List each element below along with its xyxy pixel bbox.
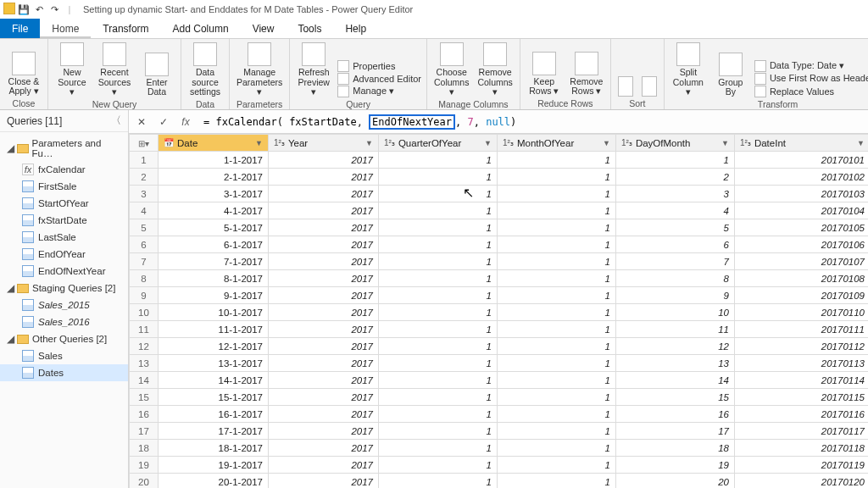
menu-tab-add-column[interactable]: Add Column (161, 19, 241, 38)
query-item-fxstartdate[interactable]: fxStartDate (0, 212, 128, 229)
column-header-quarterofyear[interactable]: 1²₃QuarterOfYear▼ (379, 135, 498, 152)
column-header-date[interactable]: 📅Date▼ (159, 135, 269, 152)
table-row[interactable]: 66-1-2017201711620170106 (130, 236, 869, 253)
table-row[interactable]: 77-1-2017201711720170107 (130, 253, 869, 270)
queries-pane: Queries [11] 〈 ◢Parameters and Fu…fxfxCa… (0, 110, 129, 488)
commit-formula-icon[interactable]: ✓ (156, 114, 171, 130)
table-row[interactable]: 1818-1-20172017111820170118 (130, 440, 869, 457)
ribbon-button[interactable]: Manage Parameters ▾ (235, 41, 284, 97)
ribbon-group-label: Reduce Rows (526, 97, 605, 108)
table-row[interactable]: 2020-1-20172017112020170120 (130, 474, 869, 489)
ribbon-button[interactable]: Group By (712, 51, 749, 97)
menu-tab-home[interactable]: Home (40, 19, 91, 38)
menu-tab-view[interactable]: View (241, 19, 287, 38)
table-row[interactable]: 44-1-2017201711420170104 (130, 202, 869, 219)
ribbon-group-label: New Query (53, 97, 175, 109)
column-header-year[interactable]: 1²₃Year▼ (269, 135, 379, 152)
table-row[interactable]: 55-1-2017201711520170105 (130, 219, 869, 236)
ribbon-button[interactable]: Enter Data (138, 51, 175, 97)
query-group[interactable]: ◢Parameters and Fu… (0, 136, 128, 161)
table-row[interactable]: 33-1-2017201711320170103 (130, 186, 869, 202)
menu-tab-transform[interactable]: Transform (91, 19, 160, 38)
ribbon-cmd[interactable]: Data Type: Date ▾ (754, 60, 868, 72)
undo-icon[interactable]: ↶ (32, 3, 46, 16)
table-row[interactable]: 1616-1-20172017111620170116 (130, 406, 869, 423)
table-row[interactable]: 1010-1-20172017111020170110 (130, 304, 869, 321)
column-header-monthofyear[interactable]: 1²₃MonthOfYear▼ (498, 135, 616, 152)
table-row[interactable]: 1919-1-20172017111920170119 (130, 457, 869, 474)
ribbon-button[interactable]: Choose Columns ▾ (432, 41, 470, 97)
ribbon-button[interactable]: Remove Rows ▾ (568, 50, 605, 97)
sort-desc-button[interactable] (640, 75, 659, 97)
query-group[interactable]: ◢Staging Queries [2] (0, 280, 128, 297)
query-item-endofnextyear[interactable]: EndOfNextYear (0, 263, 128, 280)
ribbon-button[interactable]: Data source settings (186, 41, 224, 97)
data-grid[interactable]: ⊞▾📅Date▼1²₃Year▼1²₃QuarterOfYear▼1²₃Mont… (129, 134, 868, 488)
query-item-sales_2016[interactable]: Sales_2016 (0, 313, 128, 330)
ribbon-cmd[interactable]: Manage ▾ (337, 86, 421, 97)
formula-input[interactable]: = fxCalendar( fxStartDate, EndOfNextYear… (200, 114, 863, 130)
redo-icon[interactable]: ↷ (47, 3, 61, 16)
table-row[interactable]: 1717-1-20172017111720170117 (130, 423, 869, 440)
window-title: Setting up dynamic Start- and Enddates f… (83, 4, 413, 14)
ribbon-group-label: Manage Columns (432, 97, 515, 109)
queries-tree: ◢Parameters and Fu…fxfxCalendarFirstSale… (0, 132, 128, 488)
cancel-formula-icon[interactable]: ✕ (134, 114, 149, 130)
chevron-left-icon[interactable]: 〈 (111, 114, 121, 128)
title-bar: 💾 ↶ ↷ | Setting up dynamic Start- and En… (0, 0, 868, 19)
query-item-dates[interactable]: Dates (0, 364, 128, 381)
table-row[interactable]: 88-1-2017201711820170108 (130, 270, 869, 287)
qa-separator: | (63, 3, 76, 16)
sort-asc-button[interactable] (616, 75, 635, 97)
ribbon-cmd[interactable]: Replace Values (754, 86, 868, 97)
table-row[interactable]: 1111-1-20172017111120170111 (130, 321, 869, 338)
menu-tab-help[interactable]: Help (333, 19, 378, 38)
menu-bar: File HomeTransformAdd ColumnViewToolsHel… (0, 19, 868, 39)
ribbon-button[interactable]: Keep Rows ▾ (526, 50, 563, 97)
table-row[interactable]: 99-1-2017201711920170109 (130, 287, 869, 304)
ribbon-group-label: Close (5, 97, 42, 108)
ribbon-group-label: Query (295, 97, 421, 109)
save-icon[interactable]: 💾 (17, 3, 31, 16)
queries-header[interactable]: Queries [11] 〈 (0, 110, 128, 132)
query-item-sales_2015[interactable]: Sales_2015 (0, 297, 128, 313)
column-header-dateint[interactable]: 1²₃DateInt▼ (735, 135, 869, 152)
menu-tab-tools[interactable]: Tools (286, 19, 333, 38)
ribbon-button[interactable]: Recent Sources ▾ (96, 41, 133, 97)
ribbon-button[interactable]: Split Column ▾ (670, 41, 707, 97)
table-corner[interactable]: ⊞▾ (130, 135, 159, 152)
ribbon-button[interactable]: New Source ▾ (53, 41, 91, 97)
query-item-endofyear[interactable]: EndOfYear (0, 246, 128, 263)
table-row[interactable]: 1515-1-20172017111520170115 (130, 389, 869, 406)
ribbon-button[interactable]: Refresh Preview ▾ (295, 41, 332, 97)
ribbon-group-label: Parameters (235, 97, 284, 109)
table-row[interactable]: 1313-1-20172017111320170113 (130, 355, 869, 372)
ribbon-cmd[interactable]: Advanced Editor (337, 73, 421, 85)
ribbon-button[interactable]: Remove Columns ▾ (476, 41, 514, 97)
table-row[interactable]: 22-1-2017201711220170102 (130, 169, 869, 186)
column-header-dayofmonth[interactable]: 1²₃DayOfMonth▼ (616, 135, 735, 152)
ribbon-cmd[interactable]: Properties (337, 60, 421, 72)
query-group[interactable]: ◢Other Queries [2] (0, 330, 128, 347)
app-logo (3, 3, 15, 14)
formula-bar: ✕ ✓ fx = fxCalendar( fxStartDate, EndOfN… (129, 110, 868, 134)
query-item-sales[interactable]: Sales (0, 347, 128, 364)
ribbon: Close & Apply ▾CloseNew Source ▾Recent S… (0, 39, 868, 110)
query-item-fxcalendar[interactable]: fxfxCalendar (0, 161, 128, 178)
ribbon-group-label: Sort (616, 97, 659, 108)
ribbon-group-label: Transform (670, 97, 868, 109)
table-row[interactable]: 11-1-2017201711120170101 (130, 152, 869, 169)
table-row[interactable]: 1414-1-20172017111420170114 (130, 372, 869, 389)
fx-icon[interactable]: fx (178, 114, 193, 130)
ribbon-button[interactable]: Close & Apply ▾ (5, 50, 42, 97)
query-item-lastsale[interactable]: LastSale (0, 229, 128, 246)
table-row[interactable]: 1212-1-20172017111220170112 (130, 338, 869, 355)
ribbon-cmd[interactable]: Use First Row as Headers ▾ (754, 73, 868, 85)
query-item-startofyear[interactable]: StartOfYear (0, 195, 128, 212)
query-item-firstsale[interactable]: FirstSale (0, 178, 128, 195)
file-menu[interactable]: File (0, 19, 40, 38)
